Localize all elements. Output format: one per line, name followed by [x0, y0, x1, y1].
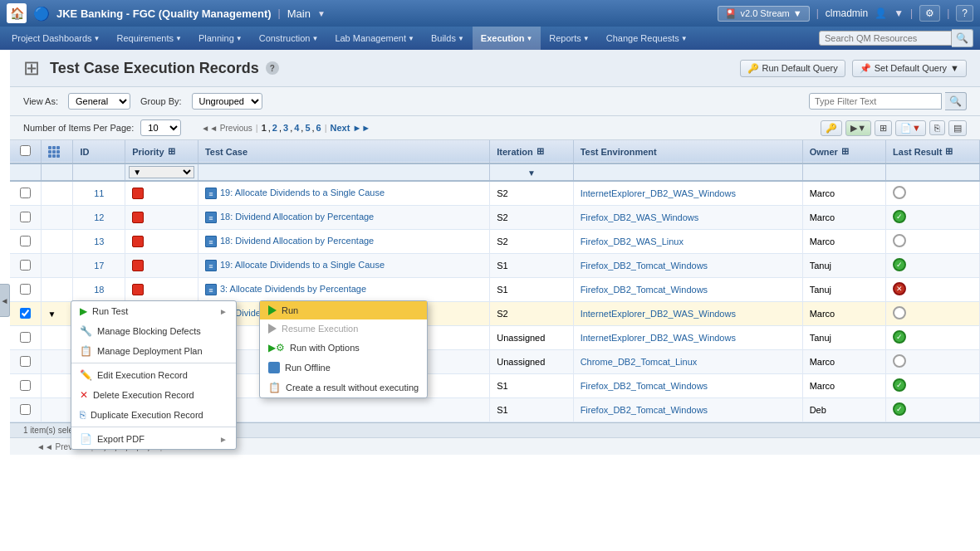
select-all-checkbox[interactable] [20, 145, 31, 156]
pdf-icon-button[interactable]: 📄▼ [895, 120, 926, 136]
nav-change-requests[interactable]: Change Requests ▼ [598, 27, 696, 50]
row-testcase[interactable]: ≡18: Dividend Allocation by Percentage [198, 230, 489, 254]
filter-button[interactable]: 🔍 [945, 92, 967, 110]
row-testcase[interactable]: ≡3: Allocate Dividends by Percentage [198, 278, 489, 302]
page-6-link[interactable]: 6 [316, 123, 321, 133]
context-menu-export-pdf[interactable]: 📄 Export PDF ► [71, 429, 236, 449]
nav-requirements[interactable]: Requirements ▼ [109, 27, 190, 50]
search-input[interactable] [819, 31, 952, 46]
row-testcase[interactable]: ≡18: Dividend Allocation by Percentage [198, 206, 489, 230]
row-environment[interactable]: Firefox_DB2_Tomcat_Windows [573, 278, 802, 302]
grid-icon-button[interactable]: ⊞ [875, 120, 892, 136]
row-dropdown-icon[interactable]: ▼ [48, 310, 56, 319]
environment-column-header[interactable]: Test Environment [573, 140, 802, 163]
row-checkbox[interactable] [20, 404, 31, 415]
prev-page-button[interactable]: ◄◄ Previous [201, 124, 252, 133]
row-checkbox[interactable] [20, 188, 31, 198]
context-menu-manage-deployment[interactable]: 📋 Manage Deployment Plan [71, 341, 236, 361]
row-testcase[interactable]: ≡19: Allocate Dividends to a Single Caus… [198, 254, 489, 278]
row-checkbox[interactable] [20, 212, 31, 222]
row-environment[interactable]: Firefox_DB2_WAS_Windows [573, 206, 802, 230]
row-environment[interactable]: InternetExplorer_DB2_WAS_Windows [573, 302, 802, 326]
row-environment[interactable]: InternetExplorer_DB2_WAS_Windows [573, 181, 802, 206]
search-button[interactable]: 🔍 [952, 29, 973, 47]
page-help-icon[interactable]: ? [266, 61, 279, 75]
row-checkbox[interactable] [20, 332, 31, 343]
testcase-column-header[interactable]: Test Case [198, 140, 489, 163]
group-by-select[interactable]: Ungrouped Priority Owner Iteration [192, 93, 262, 110]
row-id[interactable]: 11 [73, 181, 125, 206]
page-5-link[interactable]: 5 [305, 123, 310, 133]
run-test-label: Run Test [92, 306, 128, 316]
key-icon-button[interactable]: 🔑 [821, 120, 842, 136]
nav-execution[interactable]: Execution ▼ [473, 27, 541, 50]
row-environment[interactable]: Firefox_DB2_Tomcat_Windows [573, 374, 802, 398]
context-menu-manage-blocking[interactable]: 🔧 Manage Blocking Defects [71, 321, 236, 341]
context-menu-run-test[interactable]: ▶ Run Test ► [71, 301, 236, 321]
owner-sort-icon[interactable]: ⊞ [841, 146, 849, 157]
context-menu-delete-record[interactable]: ✕ Delete Execution Record [71, 385, 236, 405]
items-per-page-select[interactable]: 10 25 50 100 [140, 119, 181, 136]
row-checkbox[interactable] [20, 356, 31, 367]
context-menu-duplicate-record[interactable]: ⎘ Duplicate Execution Record [71, 405, 236, 425]
row-environment[interactable]: Firefox_DB2_Tomcat_Windows [573, 254, 802, 278]
nav-builds[interactable]: Builds ▼ [423, 27, 473, 50]
page-2-link[interactable]: 2 [272, 123, 277, 133]
id-column-header[interactable]: ID [73, 140, 125, 163]
run-default-query-button[interactable]: 🔑 Run Default Query [740, 60, 845, 77]
row-checkbox[interactable] [20, 260, 31, 271]
row-id[interactable]: 18 [73, 278, 125, 302]
row-id[interactable]: 12 [73, 206, 125, 230]
run-icon-button[interactable]: ▶▼ [845, 120, 871, 136]
iteration-filter-caret[interactable]: ▼ [527, 168, 536, 178]
page-4-link[interactable]: 4 [294, 123, 299, 133]
nav-project-dashboards[interactable]: Project Dashboards ▼ [3, 27, 109, 50]
table-icon-button[interactable]: ▤ [948, 120, 967, 136]
row-environment[interactable]: Firefox_DB2_WAS_Linux [573, 230, 802, 254]
view-as-select[interactable]: General Compact Detailed [68, 93, 130, 110]
row-last-result [886, 206, 980, 230]
submenu-create-result[interactable]: 📋 Create a result without executing [260, 378, 427, 397]
workspace-caret[interactable]: ▼ [317, 9, 326, 18]
row-checkbox[interactable] [20, 236, 31, 246]
page-3-link[interactable]: 3 [283, 123, 288, 133]
row-environment[interactable]: Firefox_DB2_Tomcat_Windows [573, 398, 802, 422]
row-menu-cell[interactable]: ▼ [41, 302, 73, 326]
row-checkbox[interactable] [20, 284, 31, 295]
submenu-run-offline[interactable]: Run Offline [260, 358, 427, 378]
row-testcase[interactable]: ≡19: Allocate Dividends to a Single Caus… [198, 181, 489, 206]
iteration-sort-icon[interactable]: ⊞ [537, 146, 544, 157]
priority-filter-select[interactable]: ▼ [129, 166, 194, 178]
submenu-run[interactable]: Run [260, 301, 427, 319]
context-menu-edit-record[interactable]: ✏️ Edit Execution Record [71, 365, 236, 385]
submenu-run-options[interactable]: ▶⚙ Run with Options [260, 338, 427, 358]
last-result-sort-icon[interactable]: ⊞ [945, 146, 953, 157]
collapse-panel-button[interactable]: ◄ [0, 284, 10, 317]
next-page-button[interactable]: Next ►► [331, 123, 371, 133]
nav-planning[interactable]: Planning ▼ [190, 27, 251, 50]
page-1-link[interactable]: 1 [262, 123, 267, 133]
row-checkbox[interactable] [20, 380, 31, 391]
row-environment[interactable]: Chrome_DB2_Tomcat_Linux [573, 350, 802, 374]
priority-sort-icon[interactable]: ⊞ [168, 146, 175, 157]
nav-construction[interactable]: Construction ▼ [251, 27, 327, 50]
row-id[interactable]: 17 [73, 254, 125, 278]
last-result-column-header[interactable]: Last Result ⊞ [886, 140, 980, 163]
nav-reports[interactable]: Reports ▼ [541, 27, 597, 50]
help-icon[interactable]: ? [956, 5, 973, 22]
owner-column-header[interactable]: Owner ⊞ [802, 140, 885, 163]
set-default-query-button[interactable]: 📌 Set Default Query ▼ [852, 60, 967, 77]
copy-icon-button[interactable]: ⎘ [929, 120, 945, 135]
nav-lab-management[interactable]: Lab Management ▼ [326, 27, 423, 50]
user-caret[interactable]: ▼ [894, 7, 904, 19]
row-environment[interactable]: InternetExplorer_DB2_WAS_Windows [573, 326, 802, 350]
stream-badge[interactable]: 🎴 v2.0 Stream ▼ [718, 6, 809, 22]
settings-icon[interactable]: ⚙ [919, 5, 940, 22]
row-last-result [886, 302, 980, 326]
row-checkbox[interactable] [20, 308, 31, 319]
set-default-query-caret[interactable]: ▼ [950, 63, 959, 73]
filter-text-input[interactable] [809, 93, 942, 110]
priority-column-header[interactable]: Priority ⊞ [125, 140, 198, 163]
row-id[interactable]: 13 [73, 230, 125, 254]
iteration-column-header[interactable]: Iteration ⊞ [490, 140, 573, 163]
